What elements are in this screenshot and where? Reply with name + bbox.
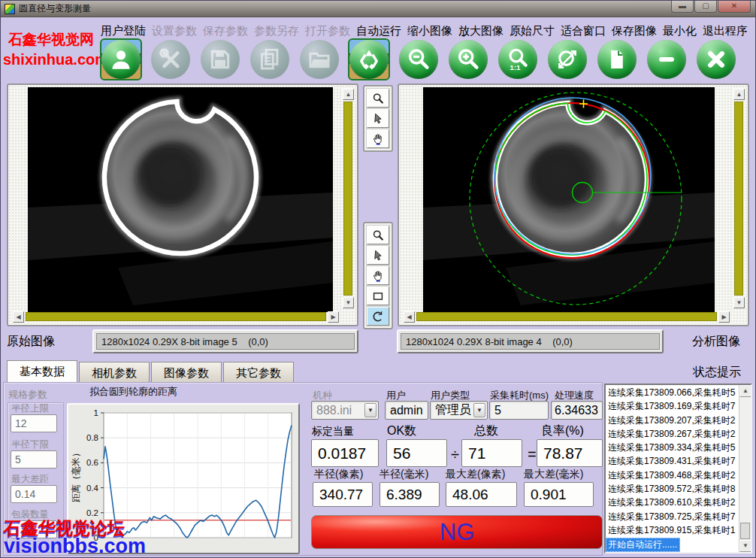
menu-item-save-image[interactable]: 保存图像: [612, 24, 657, 38]
zoom-1to1-icon: 1:1: [505, 47, 531, 72]
spec-field-1[interactable]: 5: [11, 450, 57, 469]
toolbar-zoom-in-button[interactable]: [448, 39, 488, 80]
forum-url-watermark: visionbbs.com: [4, 535, 146, 558]
log-row[interactable]: 连续采集173809.066,采集耗时5: [606, 386, 739, 399]
tab-camera-params[interactable]: 相机参数: [79, 362, 150, 383]
menu-item-zoom-in-image[interactable]: 放大图像: [458, 24, 503, 38]
status-log-list[interactable]: 连续采集173809.066,采集耗时5连续采集173809.169,采集耗时7…: [604, 384, 752, 553]
radius-px-value: 340.77: [319, 487, 363, 503]
rectangle-icon: [370, 289, 386, 304]
chevron-down-icon[interactable]: ▼: [473, 403, 485, 417]
maxdiff-mm-value: 0.901: [531, 487, 567, 503]
tab-other-params[interactable]: 其它参数: [223, 362, 294, 383]
menu-item-original-size[interactable]: 原始尺寸: [510, 24, 555, 38]
menu-item-auto-run[interactable]: 自动运行: [356, 24, 401, 38]
horizontal-scrollbar[interactable]: ◀ ▶: [404, 311, 730, 323]
scroll-right-icon[interactable]: ▶: [718, 311, 730, 323]
log-row[interactable]: 连续采集173809.610,采集耗时2: [606, 496, 739, 509]
scroll-left-icon[interactable]: ◀: [404, 311, 415, 323]
usertype-select[interactable]: 管理员 ▼: [430, 401, 488, 420]
log-row[interactable]: 开始自动运行......: [606, 538, 680, 551]
tool-cursor-button[interactable]: [367, 109, 389, 128]
window-close-button[interactable]: ✕: [718, 1, 751, 13]
scroll-up-icon[interactable]: ▲: [343, 89, 354, 100]
toolbar-page-button[interactable]: [597, 39, 637, 80]
scroll-up-icon[interactable]: ▲: [733, 89, 745, 100]
radius-mm-field[interactable]: 6.389: [380, 482, 440, 507]
spec-field-0[interactable]: 12: [11, 414, 57, 432]
chevron-down-icon[interactable]: ▼: [364, 403, 376, 417]
total-count-field[interactable]: 71: [461, 439, 522, 467]
log-row[interactable]: 连续采集173809.572,采集耗时8: [606, 482, 739, 496]
toolbar-zoom-fit-button[interactable]: [547, 39, 588, 80]
radius-px-field[interactable]: 340.77: [313, 482, 373, 507]
log-row[interactable]: 连续采集173809.334,采集耗时5: [606, 441, 739, 454]
horizontal-scrollbar[interactable]: ◀ ▶: [13, 311, 339, 323]
scrollbar-thumb[interactable]: [734, 102, 743, 296]
magnifier-icon: [370, 91, 386, 106]
right-viewer-tool-palette: [363, 222, 393, 329]
scrollbar-thumb[interactable]: [740, 523, 750, 539]
scroll-down-icon[interactable]: ▼: [733, 297, 745, 308]
toolbar-close-button[interactable]: [696, 39, 736, 80]
window-minimize-button[interactable]: ▬: [671, 1, 694, 13]
yield-field[interactable]: 78.87: [537, 439, 603, 467]
svg-text:距离（毫米）: 距离（毫米）: [71, 448, 81, 502]
radius-mm-value: 6.389: [386, 487, 422, 503]
menu-item-exit-program[interactable]: 退出程序: [703, 24, 748, 38]
scrollbar-thumb[interactable]: [416, 312, 717, 321]
vertical-scrollbar[interactable]: ▲ ▼: [733, 89, 745, 308]
log-scrollbar[interactable]: ▲ ▼: [739, 385, 751, 552]
tab-basic-data[interactable]: 基本数据: [7, 360, 77, 383]
tool-rectangle-button[interactable]: [367, 287, 389, 305]
scroll-down-icon[interactable]: ▼: [343, 297, 354, 308]
log-row[interactable]: 连续采集173809.267,采集耗时2: [606, 427, 739, 441]
scroll-down-icon[interactable]: ▼: [739, 540, 751, 552]
analysis-image-caption: 分析图像: [692, 334, 740, 350]
scroll-left-icon[interactable]: ◀: [13, 311, 24, 323]
toolbar-zoom-out-button[interactable]: [398, 39, 439, 80]
acq-time-field[interactable]: 5: [489, 401, 549, 420]
calib-field[interactable]: 0.0187: [311, 439, 379, 467]
menu-item-user-login[interactable]: 用户登陆: [101, 24, 146, 38]
toolbar-zoom-1to1-button[interactable]: 1:1: [497, 39, 538, 80]
maxdiff-px-field[interactable]: 48.06: [446, 482, 517, 507]
menu-item-zoom-out-image[interactable]: 缩小图像: [407, 24, 452, 38]
tool-cursor-button[interactable]: [367, 246, 389, 265]
menu-item-fit-window[interactable]: 适合窗口: [561, 24, 606, 38]
window-maximize-button[interactable]: ▢: [694, 1, 717, 13]
tool-hand-button[interactable]: [367, 129, 389, 148]
menu-item-minimize[interactable]: 最小化: [663, 24, 697, 38]
user-field[interactable]: admin: [385, 401, 428, 420]
vertical-scrollbar[interactable]: ▲ ▼: [343, 89, 354, 308]
scroll-up-icon[interactable]: ▲: [739, 385, 751, 397]
spec-field-2[interactable]: 0.14: [11, 485, 57, 503]
ok-count-field[interactable]: 56: [386, 439, 447, 467]
log-row[interactable]: 连续采集173809.169,采集耗时7: [606, 399, 739, 413]
scroll-right-icon[interactable]: ▶: [328, 311, 339, 323]
log-row[interactable]: 连续采集173809.915,采集耗时1: [606, 523, 739, 537]
tool-magnifier-button[interactable]: [367, 226, 389, 244]
log-row[interactable]: 连续采集173809.468,采集耗时2: [606, 469, 739, 482]
toolbar-user-button[interactable]: [101, 39, 141, 80]
log-row[interactable]: 连续采集173809.431,采集耗时7: [606, 454, 739, 468]
tool-magnifier-button[interactable]: [367, 89, 389, 108]
toolbar-minimize-button[interactable]: [646, 39, 687, 80]
scrollbar-thumb[interactable]: [343, 102, 352, 296]
tool-hand-button[interactable]: [367, 266, 389, 285]
tool-arc-button[interactable]: [367, 307, 389, 326]
menu-item-save-params: 保存参数: [203, 24, 248, 38]
machine-select[interactable]: 888.ini ▼: [311, 401, 379, 420]
log-row[interactable]: 连续采集173809.207,采集耗时2: [606, 414, 739, 427]
hand-icon: [370, 132, 386, 147]
tab-image-params[interactable]: 图像参数: [151, 362, 222, 383]
radius-px-label: 半径(像素): [314, 468, 363, 481]
log-row[interactable]: 连续采集173809.725,采集耗时7: [606, 510, 739, 523]
toolbar-recycle-button[interactable]: [349, 39, 389, 80]
close-icon: [703, 47, 729, 72]
maxdiff-mm-field[interactable]: 0.901: [524, 482, 594, 507]
analysis-image-canvas[interactable]: [423, 87, 715, 313]
scrollbar-thumb[interactable]: [26, 312, 326, 321]
original-image-canvas[interactable]: [28, 87, 333, 312]
speed-field[interactable]: 6.34633: [551, 401, 603, 420]
